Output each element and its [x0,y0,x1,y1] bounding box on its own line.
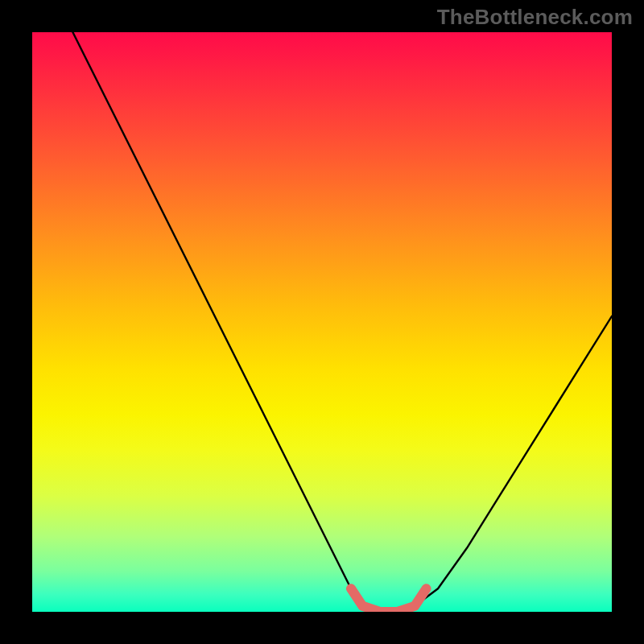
curve-overlay [32,32,612,612]
bottleneck-curve-path [72,32,612,612]
plot-area [32,32,612,612]
chart-frame: TheBottleneck.com [0,0,644,644]
optimal-region-path [351,588,427,612]
watermark-text: TheBottleneck.com [437,5,633,30]
